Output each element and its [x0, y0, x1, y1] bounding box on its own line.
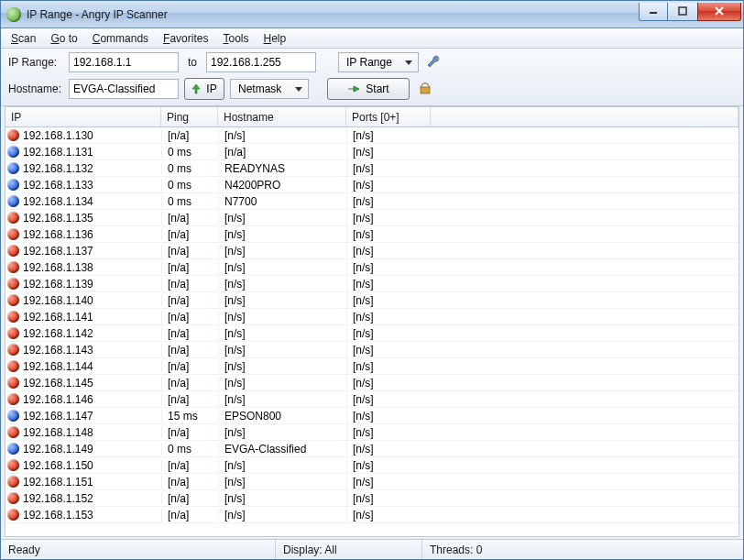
cell-ip: 192.168.1.131	[23, 146, 93, 159]
cell-hostname: [n/s]	[218, 476, 346, 489]
cell-ping: [n/a]	[161, 327, 218, 340]
table-row[interactable]: 192.168.1.141[n/a][n/s][n/s]	[5, 309, 739, 325]
table-row[interactable]: 192.168.1.145[n/a][n/s][n/s]	[5, 375, 739, 391]
cell-hostname: [n/s]	[218, 509, 346, 522]
maximize-button[interactable]	[668, 3, 697, 21]
status-orb-icon	[7, 228, 19, 240]
stop-button[interactable]	[415, 79, 435, 99]
wrench-icon	[427, 55, 442, 70]
table-row[interactable]: 192.168.1.130[n/a][n/s][n/s]	[5, 127, 739, 144]
netmask-combo[interactable]: Netmask	[230, 79, 309, 99]
table-row[interactable]: 192.168.1.137[n/a][n/s][n/s]	[5, 243, 739, 259]
netmask-label: Netmask	[238, 82, 281, 95]
table-row[interactable]: 192.168.1.1490 msEVGA-Classified[n/s]	[5, 441, 739, 457]
table-row[interactable]: 192.168.1.153[n/a][n/s][n/s]	[5, 507, 739, 523]
table-row[interactable]: 192.168.1.136[n/a][n/s][n/s]	[5, 226, 739, 243]
menu-tools[interactable]: Tools	[216, 30, 255, 47]
table-row[interactable]: 192.168.1.1310 ms[n/a][n/s]	[5, 144, 739, 160]
ip-from-input[interactable]	[69, 52, 179, 72]
titlebar[interactable]: IP Range - Angry IP Scanner	[1, 1, 743, 28]
cell-ports: [n/s]	[346, 377, 431, 390]
cell-ports: [n/s]	[346, 261, 431, 274]
table-row[interactable]: 192.168.1.146[n/a][n/s][n/s]	[5, 391, 739, 408]
start-button[interactable]: Start	[327, 78, 410, 100]
table-row[interactable]: 192.168.1.148[n/a][n/s][n/s]	[5, 424, 739, 441]
cell-ip: 192.168.1.142	[23, 327, 93, 340]
hostname-input[interactable]	[69, 79, 179, 99]
col-ip[interactable]: IP	[5, 107, 161, 126]
cell-ping: [n/a]	[161, 129, 218, 142]
cell-ping: 0 ms	[161, 443, 218, 456]
cell-ports: [n/s]	[346, 344, 431, 357]
table-body[interactable]: 192.168.1.130[n/a][n/s][n/s]192.168.1.13…	[5, 127, 739, 536]
col-ports[interactable]: Ports [0+]	[346, 107, 431, 126]
cell-hostname: [n/s]	[218, 344, 346, 357]
cell-ports: [n/s]	[346, 459, 431, 472]
cell-ports: [n/s]	[346, 393, 431, 406]
table-row[interactable]: 192.168.1.138[n/a][n/s][n/s]	[5, 259, 739, 276]
table-row[interactable]: 192.168.1.142[n/a][n/s][n/s]	[5, 325, 739, 342]
cell-hostname: [n/s]	[218, 245, 346, 258]
status-orb-icon	[7, 212, 19, 224]
ip-button-label: IP	[206, 82, 216, 95]
status-orb-icon	[7, 294, 19, 306]
col-ping[interactable]: Ping	[161, 107, 218, 126]
status-orb-icon	[7, 146, 19, 158]
range-type-combo[interactable]: IP Range	[338, 52, 419, 72]
table-row[interactable]: 192.168.1.1340 msN7700[n/s]	[5, 193, 739, 210]
cell-ports: [n/s]	[346, 327, 431, 340]
table-row[interactable]: 192.168.1.150[n/a][n/s][n/s]	[5, 457, 739, 474]
cell-ip: 192.168.1.134	[23, 195, 93, 208]
settings-button[interactable]	[424, 52, 444, 72]
status-orb-icon	[7, 327, 19, 339]
cell-ports: [n/s]	[346, 410, 431, 423]
cell-hostname: [n/s]	[218, 492, 346, 505]
table-row[interactable]: 192.168.1.1330 msN4200PRO[n/s]	[5, 177, 739, 193]
app-window: IP Range - Angry IP Scanner ScanGo toCom…	[0, 0, 744, 560]
table-row[interactable]: 192.168.1.152[n/a][n/s][n/s]	[5, 490, 739, 507]
ip-lookup-button[interactable]: IP	[184, 78, 224, 100]
cell-ip: 192.168.1.144	[23, 360, 93, 373]
cell-ip: 192.168.1.147	[23, 410, 93, 423]
cell-ping: [n/a]	[161, 212, 218, 225]
table-row[interactable]: 192.168.1.140[n/a][n/s][n/s]	[5, 292, 739, 309]
iprange-label: IP Range:	[8, 56, 63, 69]
cell-hostname: EVGA-Classified	[218, 443, 346, 456]
ip-to-input[interactable]	[206, 52, 316, 72]
menu-favorites[interactable]: Favorites	[157, 30, 214, 47]
status-orb-icon	[7, 278, 19, 290]
table-row[interactable]: 192.168.1.139[n/a][n/s][n/s]	[5, 276, 739, 292]
table-row[interactable]: 192.168.1.135[n/a][n/s][n/s]	[5, 210, 739, 226]
minimize-button[interactable]	[639, 3, 668, 21]
table-row[interactable]: 192.168.1.14715 msEPSON800[n/s]	[5, 408, 739, 424]
table-row[interactable]: 192.168.1.151[n/a][n/s][n/s]	[5, 474, 739, 490]
col-hostname[interactable]: Hostname	[218, 107, 346, 126]
cell-ports: [n/s]	[346, 146, 431, 159]
menu-help[interactable]: Help	[257, 30, 292, 47]
start-label: Start	[366, 82, 388, 95]
close-icon	[714, 6, 725, 16]
table-row[interactable]: 192.168.1.144[n/a][n/s][n/s]	[5, 358, 739, 375]
cell-ports: [n/s]	[346, 311, 431, 324]
cell-ports: [n/s]	[346, 294, 431, 307]
cell-ports: [n/s]	[346, 245, 431, 258]
menu-scan[interactable]: Scan	[5, 30, 42, 47]
menu-goto[interactable]: Go to	[44, 30, 83, 47]
cell-ip: 192.168.1.135	[23, 212, 93, 225]
close-button[interactable]	[697, 3, 741, 21]
table-row[interactable]: 192.168.1.143[n/a][n/s][n/s]	[5, 342, 739, 358]
range-type-label: IP Range	[346, 56, 392, 69]
cell-hostname: [n/s]	[218, 311, 346, 324]
cell-ip: 192.168.1.152	[23, 492, 93, 505]
table-row[interactable]: 192.168.1.1320 msREADYNAS[n/s]	[5, 160, 739, 177]
cell-ports: [n/s]	[346, 212, 431, 225]
menu-commands[interactable]: Commands	[86, 30, 155, 47]
status-threads: Threads: 0	[422, 540, 743, 559]
status-orb-icon	[7, 509, 19, 521]
cell-ping: [n/a]	[161, 294, 218, 307]
cell-ping: [n/a]	[161, 509, 218, 522]
status-orb-icon	[7, 426, 19, 438]
status-display: Display: All	[276, 540, 422, 559]
toolbar: IP Range: to IP Range Hostname: IP Netma…	[1, 49, 743, 106]
status-orb-icon	[7, 410, 19, 422]
